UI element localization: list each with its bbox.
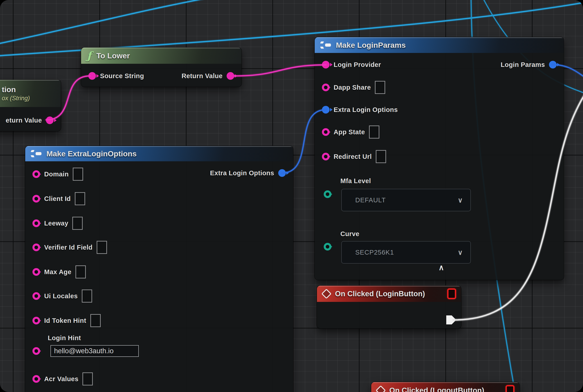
delegate-square-icon[interactable] xyxy=(447,288,456,299)
event-diamond-icon xyxy=(376,385,386,392)
login-hint-input[interactable] xyxy=(50,345,139,357)
node-header[interactable]: Make ExtraLoginOptions xyxy=(25,146,293,161)
node-subtitle-fragment: ox (String) xyxy=(2,95,30,102)
pin-label: Client Id xyxy=(44,195,71,202)
max-age-checkbox[interactable] xyxy=(76,266,86,278)
node-title: On Clicked (LogoutButton) xyxy=(389,386,484,392)
pin-label: Dapp Share xyxy=(334,84,371,91)
pin-login-provider[interactable] xyxy=(322,61,330,68)
pin-label: Login Params xyxy=(500,61,545,68)
node-header[interactable]: On Clicked (LogoutButton) xyxy=(371,382,520,392)
chevron-down-icon: ∨ xyxy=(458,196,463,204)
chevron-down-icon: ∨ xyxy=(458,248,463,256)
curve-value: SECP256K1 xyxy=(355,249,394,256)
exec-output-pin[interactable] xyxy=(446,316,456,324)
pin-verifier-id-field[interactable] xyxy=(32,244,40,251)
pin-mfa-level[interactable] xyxy=(324,190,331,198)
node-title: On Clicked (LoginButton) xyxy=(335,290,425,298)
pin-curve[interactable] xyxy=(324,243,331,250)
domain-checkbox[interactable] xyxy=(73,168,83,181)
node-title: Make LoginParams xyxy=(336,41,406,50)
wire-string-tolower-loginprovider xyxy=(234,65,326,76)
pin-label: Redirect Url xyxy=(334,153,372,160)
pin-label: Verifier Id Field xyxy=(44,244,92,251)
pin-label: Source String xyxy=(100,72,144,80)
node-make-login-params[interactable]: Make LoginParams Login Provider Dapp Sha… xyxy=(315,37,564,280)
pin-login-hint[interactable] xyxy=(32,347,40,355)
pin-label: Acr Values xyxy=(44,375,78,383)
pin-extra-login-options-out[interactable] xyxy=(278,169,286,177)
pin-login-params-out[interactable] xyxy=(549,61,557,68)
wire-string-tolower-loginprovider-core xyxy=(234,65,326,76)
ui-locales-checkbox[interactable] xyxy=(82,290,92,302)
node-make-extra-login-options[interactable]: Make ExtraLoginOptions Domain Client Id … xyxy=(25,146,293,392)
pin-label: Return Value xyxy=(182,72,222,80)
login-hint-label: Login Hint xyxy=(48,334,81,342)
pin-app-state[interactable] xyxy=(322,128,330,136)
mfa-level-dropdown[interactable]: DEFAULT ∨ xyxy=(341,189,471,211)
node-header[interactable]: On Clicked (LoginButton) xyxy=(317,286,461,302)
wire-cyan-a xyxy=(0,0,212,44)
pure-function-icon: ƒ xyxy=(87,50,92,61)
node-header[interactable]: Make LoginParams xyxy=(315,37,564,53)
acr-values-checkbox[interactable] xyxy=(82,372,93,386)
node-title: Make ExtraLoginOptions xyxy=(46,149,137,158)
pin-label: Login Provider xyxy=(334,61,381,68)
dapp-share-checkbox[interactable] xyxy=(375,81,385,94)
pin-dapp-share[interactable] xyxy=(322,84,330,91)
pin-label: Leeway xyxy=(44,220,68,227)
node-to-lower[interactable]: ƒ To Lower Source String Return Value xyxy=(81,48,242,87)
pin-label: Domain xyxy=(44,170,69,178)
node-title: To Lower xyxy=(96,51,130,60)
node-on-clicked-logout-button[interactable]: On Clicked (LogoutButton) xyxy=(371,382,520,392)
pin-domain[interactable] xyxy=(32,170,40,178)
make-struct-icon xyxy=(320,40,331,50)
pin-label: Ui Locales xyxy=(44,292,78,300)
pin-label: Extra Login Options xyxy=(210,170,274,177)
pin-ui-locales[interactable] xyxy=(32,292,40,300)
mfa-level-value: DEFAULT xyxy=(355,196,386,204)
pin-label: eturn Value xyxy=(6,117,42,124)
verifier-id-checkbox[interactable] xyxy=(97,241,107,254)
curve-dropdown[interactable]: SECP256K1 ∨ xyxy=(341,241,471,264)
node-partial-string[interactable]: tion ox (String) eturn Value xyxy=(0,80,61,131)
pin-label: App State xyxy=(334,128,365,136)
node-on-clicked-login-button[interactable]: On Clicked (LoginButton) xyxy=(317,286,461,328)
curve-label: Curve xyxy=(340,230,359,238)
redirect-url-checkbox[interactable] xyxy=(376,150,386,163)
pin-label: Max Age xyxy=(44,268,72,276)
wire-cyan-a-core xyxy=(0,0,212,44)
id-token-hint-checkbox[interactable] xyxy=(90,314,101,327)
pin-source-string[interactable] xyxy=(88,72,96,80)
pin-extra-login-options-in[interactable] xyxy=(322,106,330,114)
pin-client-id[interactable] xyxy=(32,195,40,202)
pin-leeway[interactable] xyxy=(32,220,40,227)
mfa-level-label: Mfa Level xyxy=(340,177,371,185)
delegate-square-icon[interactable] xyxy=(506,385,514,392)
pin-label: Id Token Hint xyxy=(44,317,86,324)
pin-label: Extra Login Options xyxy=(334,106,398,114)
node-to-lower-header[interactable]: ƒ To Lower xyxy=(81,48,242,64)
node-title-fragment: tion xyxy=(2,85,16,94)
pin-id-token-hint[interactable] xyxy=(32,317,40,324)
client-id-checkbox[interactable] xyxy=(75,192,85,205)
make-struct-icon xyxy=(31,149,42,158)
blueprint-canvas[interactable]: ƒ To Lower Source String Return Value ti… xyxy=(0,0,583,392)
leeway-checkbox[interactable] xyxy=(72,217,83,230)
pin-max-age[interactable] xyxy=(32,268,40,276)
pin-redirect-url[interactable] xyxy=(322,153,330,160)
event-diamond-icon xyxy=(321,288,331,299)
app-state-checkbox[interactable] xyxy=(369,126,379,138)
collapse-chevron-icon[interactable]: ∧ xyxy=(438,263,444,272)
node-partial-header[interactable]: tion ox (String) xyxy=(0,80,61,107)
pin-return-value[interactable] xyxy=(226,72,234,80)
pin-return-value-partial[interactable] xyxy=(46,116,54,124)
pin-acr-values[interactable] xyxy=(32,375,40,383)
